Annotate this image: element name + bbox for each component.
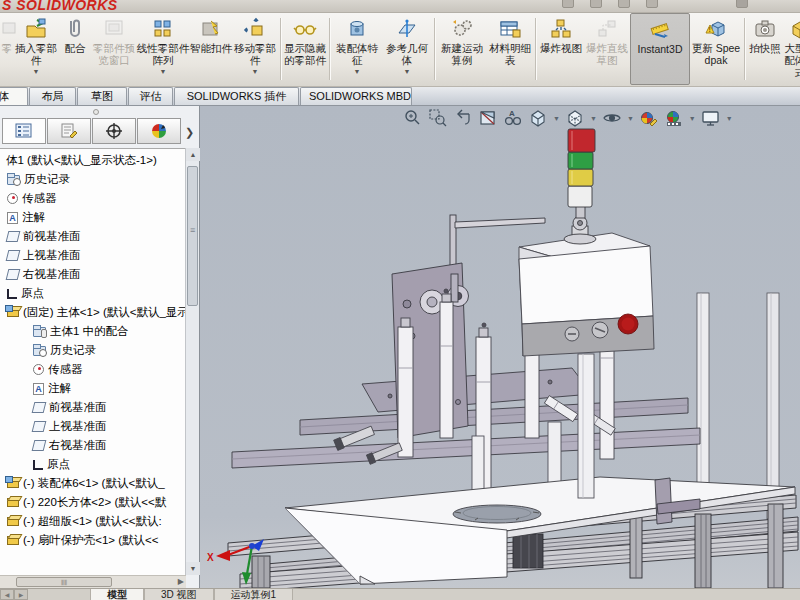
apply-scene-icon[interactable] xyxy=(663,108,685,128)
tree-item-220-box[interactable]: (-) 220长方体<2> (默认<<默 xyxy=(0,493,186,512)
graphics-viewport[interactable]: X A ▼ ▼ ▼ ▼ ▼ xyxy=(200,106,800,588)
tree-item-right-plane[interactable]: 右视基准面 xyxy=(0,265,186,284)
ribbon-button-large-assembly-mode[interactable]: 大型装配体模式 xyxy=(783,13,800,85)
tree-item-front-plane[interactable]: 前视基准面 xyxy=(0,398,186,417)
tree-item-origin[interactable]: 原点 xyxy=(0,455,186,474)
ribbon-button-mate[interactable]: 配合 xyxy=(58,13,92,85)
view-orientation-icon[interactable] xyxy=(527,108,549,128)
tree-item-right-plane[interactable]: 右视基准面 xyxy=(0,436,186,455)
tab-propertymanager[interactable] xyxy=(47,118,91,144)
ribbon-button-show-hidden[interactable]: 显示隐藏的零部件 xyxy=(283,13,327,85)
tab-assembly[interactable]: 装配体 xyxy=(0,87,28,106)
tree-item-subassembly6[interactable]: (-) 装配体6<1> (默认<默认_ xyxy=(0,474,186,493)
ribbon-button-move-component[interactable]: 移动零部件 ▼ xyxy=(232,13,278,85)
dropdown-caret: ▼ xyxy=(354,68,361,75)
tree-item-mates[interactable]: 主体1 中的配合 xyxy=(0,322,186,341)
tab-configurationmanager[interactable] xyxy=(92,118,136,144)
ribbon-button-update-speedpak[interactable]: ! 更新 Speedpak xyxy=(690,13,742,85)
tree-vertical-scrollbar[interactable]: ▲ ▼ xyxy=(185,148,199,575)
tab-solidworks-addins[interactable]: SOLIDWORKS 插件 xyxy=(174,87,299,106)
tab-sketch[interactable]: 草图 xyxy=(77,87,127,106)
tree-item-history[interactable]: 历史记录 xyxy=(0,170,186,189)
edit-component-icon xyxy=(0,17,20,41)
quick-access-icon[interactable] xyxy=(562,0,574,8)
ribbon-button-exploded-view[interactable]: 爆炸视图 xyxy=(538,13,584,85)
tree-item-front-plane[interactable]: 前视基准面 xyxy=(0,227,186,246)
tree-item-origin[interactable]: 原点 xyxy=(0,284,186,303)
scrollbar-thumb[interactable] xyxy=(187,166,198,306)
sensors-icon xyxy=(33,364,44,375)
ribbon-separator xyxy=(744,18,745,80)
tree-item-annotations[interactable]: A注解 xyxy=(0,379,186,398)
tree-item-top-plane[interactable]: 上视基准面 xyxy=(0,417,186,436)
ribbon-button-smart-fasteners[interactable]: 智能扣件 xyxy=(190,13,232,85)
annotation-views-icon[interactable]: A xyxy=(502,108,524,128)
tab-3d-views[interactable]: 3D 视图 xyxy=(144,589,214,600)
dropdown-caret[interactable]: ▼ xyxy=(627,115,634,122)
dropdown-caret[interactable]: ▼ xyxy=(553,115,560,122)
view-settings-icon[interactable] xyxy=(700,108,722,128)
zoom-to-area-icon[interactable] xyxy=(427,108,449,128)
scroll-down-arrow[interactable]: ▼ xyxy=(186,562,200,575)
tab-scroll-right-button[interactable]: ▶ xyxy=(14,589,28,600)
edit-appearance-icon[interactable] xyxy=(638,108,660,128)
turntable-disc xyxy=(453,505,541,523)
tree-item-fan-guard[interactable]: (-) 扇叶保护壳<1> (默认<< xyxy=(0,531,186,550)
panel-flyout-arrow[interactable]: ❯ xyxy=(183,124,196,140)
quick-access-icon[interactable] xyxy=(590,0,602,8)
ribbon-button-insert-component[interactable]: 插入零部件 ▼ xyxy=(14,13,58,85)
zoom-to-fit-icon[interactable] xyxy=(402,108,424,128)
ribbon-button-bom[interactable]: 材料明细表 xyxy=(487,13,533,85)
dropdown-caret[interactable]: ▼ xyxy=(689,115,696,122)
ribbon-button-edit-component-cut[interactable]: 零 xyxy=(0,13,14,85)
exploded-view-icon xyxy=(548,17,574,41)
mate-icon xyxy=(62,17,88,41)
ribbon-button-linear-pattern[interactable]: 线性零部件阵列 ▼ xyxy=(136,13,190,85)
tree-horizontal-scrollbar[interactable]: ⦀⦀ ▶ xyxy=(0,575,186,588)
dropdown-caret[interactable]: ▼ xyxy=(590,115,597,122)
tree-item-top-plane[interactable]: 上视基准面 xyxy=(0,246,186,265)
command-manager-tabs: 装配体 布局 草图 评估 SOLIDWORKS 插件 SOLIDWORKS MB… xyxy=(0,87,800,106)
ribbon-button-instant3d[interactable]: Instant3D xyxy=(630,13,690,85)
svg-text:A: A xyxy=(509,109,515,118)
insert-component-icon xyxy=(23,17,49,41)
dropdown-caret[interactable]: ▼ xyxy=(726,115,733,122)
scrollbar-thumb[interactable]: ⦀⦀ xyxy=(16,577,112,587)
tab-featuremanager[interactable] xyxy=(2,118,46,144)
tab-scroll-left-button[interactable]: ◀ xyxy=(0,589,14,600)
ribbon-separator xyxy=(535,18,536,80)
tab-solidworks-mbd[interactable]: SOLIDWORKS MBD xyxy=(300,87,412,106)
ribbon-button-assembly-features[interactable]: 装配体特征 ▼ xyxy=(332,13,382,85)
triad-x-label: X xyxy=(207,552,214,563)
quick-access-icon[interactable] xyxy=(736,0,748,8)
tree-item-annotations[interactable]: A注解 xyxy=(0,208,186,227)
panel-tabs xyxy=(2,118,181,144)
display-style-icon[interactable] xyxy=(564,108,586,128)
quick-access-icon[interactable] xyxy=(618,0,630,8)
tree-item-ultra-thin[interactable]: (-) 超细版<1> (默认<<默认: xyxy=(0,512,186,531)
tab-motion-study-1[interactable]: 运动算例1 xyxy=(214,589,294,600)
previous-view-icon[interactable] xyxy=(452,108,474,128)
ribbon-button-new-motion-study[interactable]: 新建运动算例 xyxy=(437,13,487,85)
ribbon-button-take-snapshot[interactable]: 拍快照 xyxy=(747,13,783,85)
ribbon-button-explode-line-sketch[interactable]: 爆炸直线草图 xyxy=(584,13,630,85)
tree-item-root[interactable]: 体1 (默认<默认_显示状态-1>) xyxy=(0,151,186,170)
section-view-icon[interactable] xyxy=(477,108,499,128)
tree-item-history[interactable]: 历史记录 xyxy=(0,341,186,360)
tab-displaymanager[interactable] xyxy=(137,118,181,144)
tab-evaluate[interactable]: 评估 xyxy=(128,87,173,106)
tree-item-sensors[interactable]: 传感器 xyxy=(0,189,186,208)
tab-model[interactable]: 模型 xyxy=(90,589,144,600)
scroll-right-arrow[interactable]: ▶ xyxy=(178,577,184,586)
tab-layout[interactable]: 布局 xyxy=(29,87,76,106)
panel-pin[interactable] xyxy=(93,109,99,115)
scroll-up-arrow[interactable]: ▲ xyxy=(186,148,200,161)
quick-access-icon[interactable] xyxy=(646,0,658,8)
tree-item-sensors[interactable]: 传感器 xyxy=(0,360,186,379)
hide-show-items-icon[interactable] xyxy=(601,108,623,128)
tree-item-fixed-body[interactable]: (固定) 主体<1> (默认<默认_显示 xyxy=(0,303,186,322)
model-3d: X xyxy=(200,106,800,588)
ribbon-button-reference-geometry[interactable]: 参考几何体 ▼ xyxy=(382,13,432,85)
ribbon-button-component-preview[interactable]: 零部件预览窗口 xyxy=(92,13,136,85)
take-snapshot-icon xyxy=(752,17,778,41)
